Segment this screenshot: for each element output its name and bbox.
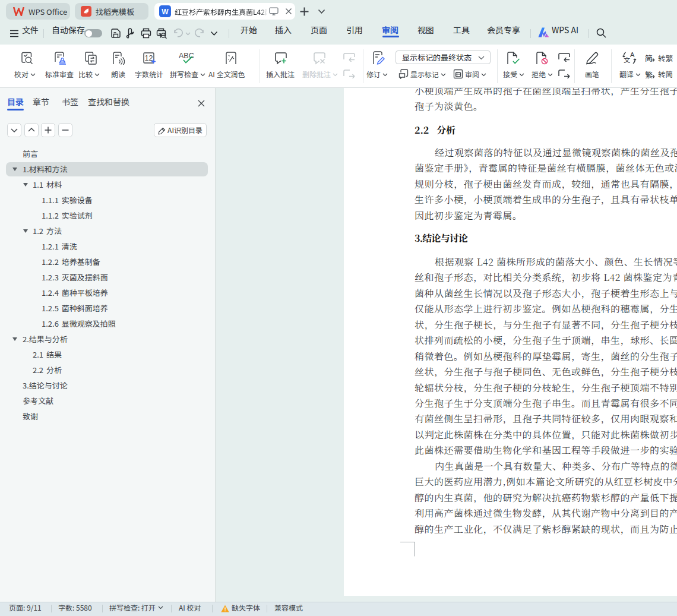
svg-text:W: W (162, 8, 169, 16)
svg-text:ABC: ABC (179, 52, 194, 60)
svg-text:文: 文 (624, 55, 630, 64)
svg-text:A: A (630, 51, 635, 58)
